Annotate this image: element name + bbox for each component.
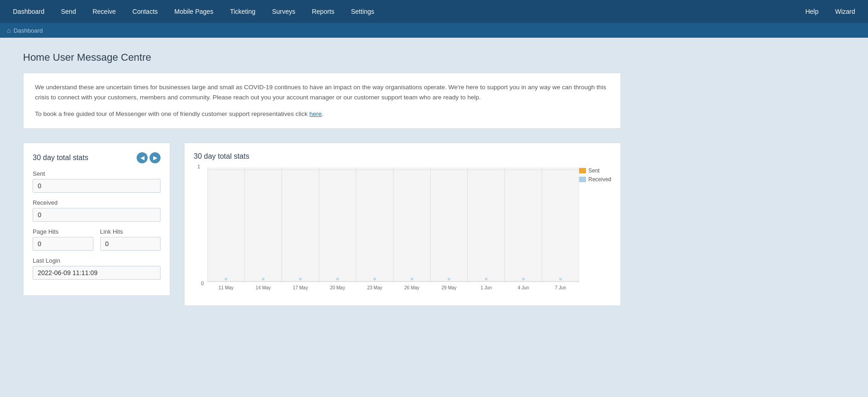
nav-receive[interactable]: Receive xyxy=(84,0,124,23)
next-icon: ▶ xyxy=(153,155,157,161)
svg-point-23 xyxy=(559,277,562,280)
last-login-input[interactable] xyxy=(33,266,161,280)
received-input[interactable] xyxy=(33,208,161,222)
svg-point-17 xyxy=(336,277,339,280)
nav-dashboard[interactable]: Dashboard xyxy=(5,0,53,23)
x-label-8: 4 Jun xyxy=(505,285,542,290)
nav-ticketing[interactable]: Ticketing xyxy=(222,0,264,23)
x-label-7: 1 Jun xyxy=(468,285,505,290)
svg-point-20 xyxy=(448,277,450,280)
nav-reports[interactable]: Reports xyxy=(304,0,343,23)
chart-area: 1 0 xyxy=(207,167,579,282)
page-hits-field: Page Hits xyxy=(33,228,93,251)
legend-sent-swatch xyxy=(579,168,586,173)
svg-point-21 xyxy=(485,277,488,280)
last-login-label: Last Login xyxy=(33,257,161,264)
link-hits-field: Link Hits xyxy=(100,228,161,251)
nav-right: Help Wizard xyxy=(797,0,863,23)
nav-mobile-pages[interactable]: Mobile Pages xyxy=(166,0,222,23)
message-card: We understand these are uncertain times … xyxy=(23,73,621,129)
chart-legend: Sent Received xyxy=(579,167,611,183)
chart-panel: 30 day total stats Sent Received 1 xyxy=(184,143,621,306)
svg-point-22 xyxy=(522,277,525,280)
y-label-bottom: 0 xyxy=(201,281,204,286)
last-login-field: Last Login xyxy=(33,257,161,280)
top-navigation: Dashboard Send Receive Contacts Mobile P… xyxy=(0,0,868,23)
x-label-2: 17 May xyxy=(282,285,319,290)
hits-row: Page Hits Link Hits xyxy=(33,228,161,251)
stats-next-button[interactable]: ▶ xyxy=(149,152,161,163)
message-paragraph-1: We understand these are uncertain times … xyxy=(35,82,609,102)
stats-left-panel: 30 day total stats ◀ ▶ Sent Received xyxy=(23,143,170,296)
nav-send[interactable]: Send xyxy=(53,0,85,23)
sent-input[interactable] xyxy=(33,179,161,193)
x-label-1: 14 May xyxy=(245,285,282,290)
main-content: Home User Message Centre We understand t… xyxy=(0,38,644,320)
link-hits-label: Link Hits xyxy=(100,228,161,235)
legend-received: Received xyxy=(579,176,611,183)
svg-point-16 xyxy=(299,277,302,280)
chart-svg xyxy=(207,167,579,282)
chart-title: 30 day total stats xyxy=(194,152,611,161)
x-label-6: 29 May xyxy=(431,285,468,290)
stats-nav-buttons: ◀ ▶ xyxy=(137,152,161,163)
message-paragraph-2: To book a free guided tour of Messenger … xyxy=(35,109,609,119)
x-label-3: 20 May xyxy=(319,285,356,290)
sent-field: Sent xyxy=(33,170,161,193)
legend-received-swatch xyxy=(579,177,586,182)
x-label-5: 26 May xyxy=(393,285,431,290)
legend-sent: Sent xyxy=(579,167,611,174)
message2-prefix: To book a free guided tour of Messenger … xyxy=(35,110,310,117)
page-title: Home User Message Centre xyxy=(23,52,621,63)
nav-surveys[interactable]: Surveys xyxy=(264,0,304,23)
nav-contacts[interactable]: Contacts xyxy=(124,0,166,23)
x-label-4: 23 May xyxy=(356,285,393,290)
received-field: Received xyxy=(33,199,161,222)
y-label-top: 1 xyxy=(197,164,200,169)
stats-row: 30 day total stats ◀ ▶ Sent Received xyxy=(23,143,621,306)
tour-link[interactable]: here xyxy=(310,110,322,117)
stats-prev-button[interactable]: ◀ xyxy=(137,152,148,163)
svg-point-19 xyxy=(410,277,413,280)
sent-label: Sent xyxy=(33,170,161,177)
legend-received-label: Received xyxy=(588,176,611,183)
nav-settings[interactable]: Settings xyxy=(343,0,383,23)
breadcrumb-bar: ⌂ Dashboard xyxy=(0,23,868,38)
message2-suffix: . xyxy=(322,110,324,117)
x-label-0: 11 May xyxy=(207,285,245,290)
stats-panel-header: 30 day total stats ◀ ▶ xyxy=(33,152,161,163)
x-label-9: 7 Jun xyxy=(542,285,579,290)
page-hits-label: Page Hits xyxy=(33,228,93,235)
page-hits-input[interactable] xyxy=(33,237,93,251)
prev-icon: ◀ xyxy=(140,155,144,161)
breadcrumb-dashboard[interactable]: Dashboard xyxy=(13,27,43,34)
received-label: Received xyxy=(33,199,161,206)
svg-point-15 xyxy=(262,277,264,280)
link-hits-input[interactable] xyxy=(100,237,161,251)
chart-container: Sent Received 1 0 xyxy=(194,167,611,296)
stats-panel-title: 30 day total stats xyxy=(33,154,88,162)
svg-point-14 xyxy=(224,277,227,280)
nav-wizard[interactable]: Wizard xyxy=(827,0,863,23)
legend-sent-label: Sent xyxy=(588,167,600,174)
nav-help[interactable]: Help xyxy=(797,0,827,23)
x-labels: 11 May 14 May 17 May 20 May 23 May 26 Ma… xyxy=(207,285,579,290)
home-icon: ⌂ xyxy=(7,27,11,34)
svg-point-18 xyxy=(374,277,376,280)
